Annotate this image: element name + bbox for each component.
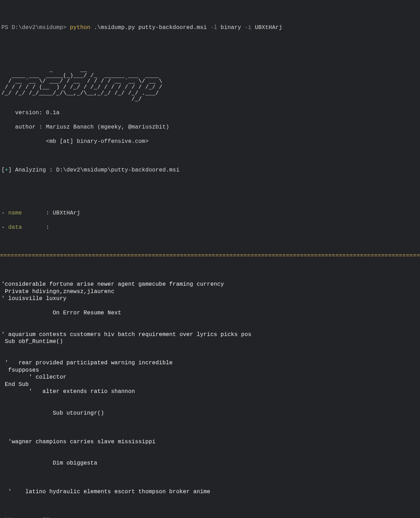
plus-icon: +	[5, 167, 8, 173]
author-line: author : Mariusz Banach (mgeeky, @marius…	[0, 124, 420, 131]
cmd-script: .\msidump.py	[90, 24, 138, 31]
version-line: version: 0.1a	[0, 109, 420, 116]
key-data: data	[8, 224, 22, 231]
divider: ========================================…	[0, 252, 420, 259]
author-value: Mariusz Banach (mgeeky, @mariuszbit)	[46, 124, 169, 130]
analyzing-line: [+] Analyzing : D:\dev2\msidump\putty-ba…	[0, 167, 420, 174]
prompt-sep: >	[63, 24, 70, 31]
prompt-path: D:\dev2\msidump	[12, 24, 63, 31]
flag-i-val: UBXtHArj	[252, 24, 282, 31]
cmd-exec: python	[70, 24, 90, 31]
analyzing-path: D:\dev2\msidump\putty-backdoored.msi	[56, 167, 180, 173]
code-dump: 'considerable fortune arise newer agent …	[0, 281, 420, 518]
prompt-shell: PS	[1, 24, 12, 31]
version-value: 0.1a	[46, 110, 59, 116]
flag-l: -l	[210, 24, 217, 31]
cmd-target: putty-backdoored.msi	[138, 24, 210, 31]
name-value: UBXtHArj	[53, 210, 80, 216]
flag-l-val: binary	[217, 24, 245, 31]
ascii-banner: _ __ ____ ___ _____(_)___/ /_ ______ ___…	[0, 67, 420, 102]
terminal-output: PS D:\dev2\msidump> python .\msidump.py …	[0, 0, 420, 518]
kv-data: - data :	[0, 224, 420, 231]
kv-name: - name : UBXtHArj	[0, 210, 420, 217]
prompt-line[interactable]: PS D:\dev2\msidump> python .\msidump.py …	[0, 24, 420, 31]
flag-i: -i	[245, 24, 252, 31]
key-name: name	[8, 210, 22, 216]
author-line2: <mb [at] binary-offensive.com>	[0, 138, 420, 145]
